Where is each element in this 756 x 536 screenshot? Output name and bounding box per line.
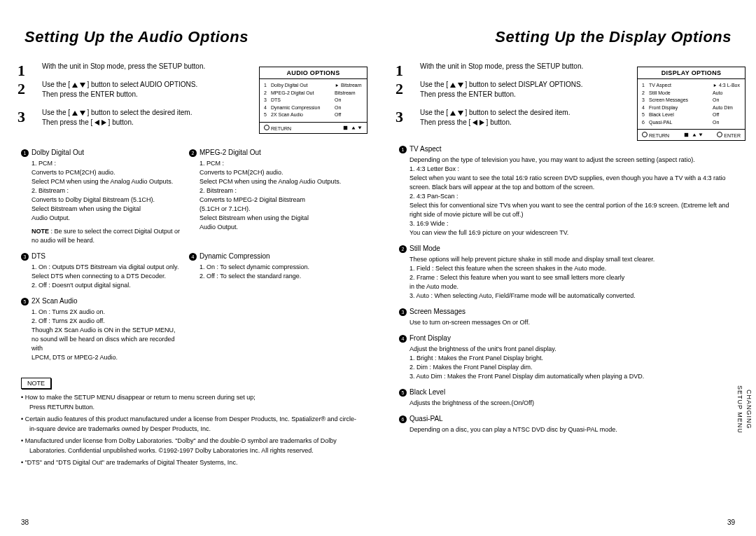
detail-body: Depending on a disc, you can play a NTSC… (399, 425, 735, 434)
step-text: ] button to select the desired item. (87, 109, 192, 116)
detail-heading: 4Dynamic Compression (189, 252, 350, 261)
step-text: Use the [ (420, 109, 448, 116)
step-text: Use the [ (420, 81, 448, 88)
step-text: ] button. (486, 118, 512, 126)
notes-list: How to make the SETUP MENU disappear or … (21, 393, 357, 468)
step-number: 3 (396, 106, 403, 128)
step-text: Then press the ENTER button. (420, 90, 516, 98)
step-number: 3 (18, 106, 25, 128)
step-number: 2 (18, 78, 25, 100)
detail-heading: 5Black Level (399, 388, 735, 397)
arrow-down-icon (458, 111, 463, 116)
osd-body: 1TV Aspect4:3 L-Box 2Still ModeAuto 3Scr… (638, 79, 745, 129)
detail-heading: 2Still Mode (399, 245, 735, 253)
step-text: Then press the [ (420, 118, 470, 126)
details: 1Dolby Digital Out 1. PCM : Converts to … (21, 149, 357, 468)
osd-row: 4Dynamic CompressionOn (264, 104, 363, 112)
osd-row: 3DTSOn (264, 97, 363, 104)
step-text: Use the [ (42, 109, 70, 116)
return-icon (264, 125, 270, 130)
arrow-down-icon (458, 83, 463, 88)
page-title: Setting Up the Display Options (495, 28, 732, 46)
detail-heading: 3DTS (21, 252, 182, 261)
detail-body: Use to turn on-screen messages On or Off… (399, 318, 735, 327)
detail-body: These options will help prevent picture … (399, 255, 735, 301)
step-text: With the unit in Stop mode, press the SE… (420, 62, 583, 70)
step-text: With the unit in Stop mode, press the SE… (42, 62, 205, 70)
osd-body: 1Dolby Digital OutBitstream 2MPEG-2 Digi… (260, 79, 367, 122)
arrow-up-icon (450, 111, 456, 116)
detail-heading: 1TV Aspect (399, 145, 735, 153)
osd-audio-options: AUDIO OPTIONS 1Dolby Digital OutBitstrea… (259, 67, 368, 134)
detail-note: NOTE : Be sure to select the correct Dig… (21, 227, 182, 245)
osd-header: AUDIO OPTIONS (260, 67, 367, 79)
osd-row: 4Front DisplayAuto Dim (642, 104, 741, 112)
steps: 1 With the unit in Stop mode, press the … (21, 62, 252, 128)
note-item: How to make the SETUP MENU disappear or … (21, 393, 357, 412)
nav-icon (344, 125, 347, 129)
detail-heading: 4Front Display (399, 334, 735, 343)
osd-row: 5Black LevelOff (642, 111, 741, 119)
step-3: 3 Use the [ ] button to select the desir… (399, 108, 630, 128)
arrow-right-icon (479, 120, 484, 125)
detail-heading: 1Dolby Digital Out (21, 149, 182, 157)
note-label: NOTE (21, 378, 51, 389)
step-text: Use the [ (42, 81, 70, 88)
osd-row: 52X Scan AudioOff (264, 111, 363, 119)
osd-row: 6Quasi-PALOn (642, 119, 741, 127)
detail-body: 1. On : Turns 2X audio on. 2. Off : Turn… (21, 308, 182, 362)
step-text: Then press the [ (42, 118, 92, 126)
detail-body: 1. On : Outputs DTS Bitstream via digita… (21, 263, 182, 290)
step-1: 1 With the unit in Stop mode, press the … (21, 62, 252, 71)
step-number: 2 (396, 78, 403, 100)
osd-row: 1TV Aspect4:3 L-Box (642, 82, 741, 90)
detail-body: 1. PCM : Converts to PCM(2CH) audio. Sel… (21, 159, 182, 223)
osd-display-options: DISPLAY OPTIONS 1TV Aspect4:3 L-Box 2Sti… (637, 67, 746, 141)
step-text: ] button to select DISPLAY OPTIONS. (465, 81, 582, 88)
osd-header: DISPLAY OPTIONS (638, 67, 745, 79)
arrow-up-icon (72, 111, 78, 116)
arrow-down-icon (80, 83, 85, 88)
detail-heading: 2MPEG-2 Digital Out (189, 149, 350, 157)
details: 1TV Aspect Depending on the type of tele… (399, 145, 735, 434)
step-text: Then press the ENTER button. (42, 90, 138, 98)
arrow-left-icon (472, 120, 477, 125)
note-item: "DTS" and "DTS Digital Out" are trademar… (21, 458, 357, 468)
step-text: ] button to select AUDIO OPTIONS. (87, 81, 197, 88)
osd-row: 2Still ModeAuto (642, 90, 741, 97)
step-1: 1 With the unit in Stop mode, press the … (399, 62, 630, 71)
osd-footer: RETURN (260, 122, 367, 133)
arrow-right-icon (102, 120, 106, 125)
osd-row: 2MPEG-2 Digital OutBitstream (264, 90, 363, 97)
detail-body: Depending on the type of television you … (399, 156, 735, 238)
detail-heading: 6Quasi-PAL (399, 415, 735, 423)
note-item: Certain audio features of this product m… (21, 415, 357, 434)
detail-heading: 3Screen Messages (399, 308, 735, 316)
detail-body: Adjusts the brightness of the screen.(On… (399, 399, 735, 408)
osd-footer: RETURN ENTER (638, 129, 745, 140)
page-right: Setting Up the Display Options 1 With th… (378, 0, 756, 536)
arrow-up-icon (450, 83, 456, 88)
arrow-up-icon (72, 83, 78, 88)
osd-row: 3Screen MessagesOn (642, 97, 741, 104)
enter-icon (717, 132, 722, 137)
detail-body: 1. PCM : Converts to PCM(2CH) audio. Sel… (189, 159, 350, 232)
nav-icon (685, 133, 688, 137)
steps: 1 With the unit in Stop mode, press the … (399, 62, 630, 128)
step-2: 2 Use the [ ] button to select DISPLAY O… (399, 80, 630, 99)
detail-heading: 52X Scan Audio (21, 297, 182, 305)
detail-body: 1. On : To select dynamic compression. 2… (189, 263, 350, 281)
step-text: ] button to select the desired item. (465, 109, 570, 116)
step-3: 3 Use the [ ] button to select the desir… (21, 108, 252, 128)
return-icon (642, 132, 648, 137)
side-tab: CHANGING SETUP MENU (736, 385, 753, 434)
page-number: 38 (21, 518, 29, 526)
page-title: Setting Up the Audio Options (24, 28, 248, 46)
note-item: Manufactured under license from Dolby La… (21, 437, 357, 455)
osd-row: 1Dolby Digital OutBitstream (264, 82, 363, 90)
detail-body: Adjust the brightness of the unit's fron… (399, 345, 735, 381)
arrow-left-icon (94, 120, 99, 125)
page-left: Setting Up the Audio Options 1 With the … (0, 0, 378, 536)
arrow-down-icon (80, 111, 85, 116)
page-number: 39 (727, 518, 735, 526)
